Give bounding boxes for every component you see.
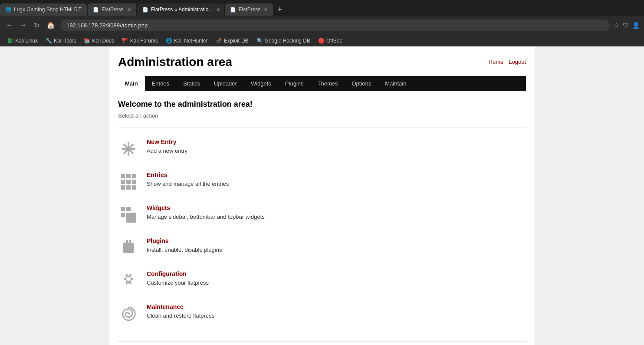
forward-button[interactable]: →	[18, 20, 29, 31]
bookmarks-bar: 🐉 Kali Linux 🔧 Kali Tools 📚 Kali Docs 🚩 …	[0, 35, 644, 46]
bookmark-kali-forums[interactable]: 🚩 Kali Forums	[118, 36, 161, 45]
widgets-icon	[118, 204, 139, 225]
bookmark-kali-docs-label: Kali Docs	[92, 38, 114, 44]
bookmark-kali-linux[interactable]: 🐉 Kali Linux	[3, 36, 41, 45]
tab-3-close[interactable]: ✕	[216, 7, 220, 13]
tab-1[interactable]: 🌐 Lugx Gaming Shop HTML5 T... ✕	[0, 3, 87, 16]
new-entry-content: New Entry Add a new entry	[147, 138, 526, 154]
nav-item-options[interactable]: Options	[345, 76, 378, 91]
bookmark-offsec[interactable]: 🔴 OffSec	[315, 36, 345, 45]
nav-item-entries[interactable]: Entries	[145, 76, 176, 91]
tab-3[interactable]: 📄 FlatPress « Administratio... ✕	[137, 3, 224, 16]
kali-forums-icon: 🚩	[122, 38, 128, 44]
tab-bar: 🌐 Lugx Gaming Shop HTML5 T... ✕ 📄 FlatPr…	[0, 0, 644, 16]
tab-1-label: Lugx Gaming Shop HTML5 T...	[14, 7, 85, 13]
tab-4-label: FlatPress	[239, 7, 261, 13]
svg-rect-16	[126, 213, 136, 223]
svg-rect-19	[129, 240, 131, 243]
kali-nethunter-icon: 🌐	[166, 38, 172, 44]
nav-item-themes[interactable]: Themes	[310, 76, 345, 91]
asterisk-icon	[120, 140, 137, 158]
svg-rect-10	[121, 185, 125, 190]
svg-rect-9	[132, 180, 136, 184]
kali-tools-icon: 🔧	[46, 38, 52, 44]
configuration-icon	[118, 270, 139, 291]
google-hacking-icon: 🔍	[256, 38, 263, 44]
new-entry-title[interactable]: New Entry	[147, 138, 526, 145]
action-item-plugins: Plugins Install, enable, disable plugins	[118, 237, 526, 258]
browser-chrome: 🌐 Lugx Gaming Shop HTML5 T... ✕ 📄 FlatPr…	[0, 0, 644, 46]
entries-content: Entries Show and manage all the entries	[147, 171, 526, 187]
maintenance-title[interactable]: Maintenance	[147, 303, 526, 310]
bookmark-google-hacking-label: Google Hacking DB	[265, 38, 310, 44]
page-header: Administration area Home Logout	[118, 55, 526, 69]
kali-docs-icon: 📚	[84, 38, 90, 44]
tab-2-icon: 📄	[93, 7, 99, 13]
new-entry-desc: Add a new entry	[147, 148, 187, 154]
offsec-icon: 🔴	[318, 38, 325, 44]
nav-item-widgets[interactable]: Widgets	[244, 76, 278, 91]
bookmark-exploit-db[interactable]: 💣 Exploit-DB	[212, 36, 252, 45]
widgets-content: Widgets Manage sidebar, bottombar and to…	[147, 204, 526, 220]
nav-item-main[interactable]: Main	[118, 76, 145, 91]
bookmark-kali-docs[interactable]: 📚 Kali Docs	[80, 36, 118, 45]
svg-rect-11	[126, 185, 131, 190]
tab-4[interactable]: 📄 FlatPress ✕	[225, 3, 273, 16]
bookmark-kali-tools-label: Kali Tools	[54, 38, 76, 44]
configuration-content: Configuration Customize your flatpress	[147, 270, 526, 286]
bookmark-kali-linux-label: Kali Linux	[15, 38, 38, 44]
bookmark-exploit-db-label: Exploit-DB	[224, 38, 249, 44]
browser-actions: 🛡 👤	[623, 22, 640, 29]
home-link[interactable]: Home	[489, 59, 504, 65]
configuration-title[interactable]: Configuration	[147, 270, 526, 277]
nav-item-statics[interactable]: Statics	[176, 76, 207, 91]
action-item-maintenance: Maintenance Clean and restore flatpress	[118, 303, 526, 324]
nav-item-plugins[interactable]: Plugins	[278, 76, 311, 91]
plugins-svg-icon	[120, 239, 137, 256]
maintenance-icon	[118, 303, 139, 324]
plugins-icon	[118, 237, 139, 258]
new-tab-button[interactable]: +	[274, 3, 286, 16]
bookmark-kali-nethunter[interactable]: 🌐 Kali NetHunter	[162, 36, 211, 45]
bookmark-kali-tools[interactable]: 🔧 Kali Tools	[42, 36, 79, 45]
svg-rect-5	[126, 174, 131, 178]
home-button[interactable]: 🏠	[45, 20, 57, 31]
entries-desc: Show and manage all the entries	[147, 181, 229, 187]
welcome-subtitle: Select an action	[118, 112, 526, 119]
action-item-widgets: Widgets Manage sidebar, bottombar and to…	[118, 204, 526, 225]
plugins-desc: Install, enable, disable plugins	[147, 246, 222, 253]
grid-icon	[120, 173, 137, 191]
svg-rect-6	[132, 174, 136, 178]
address-bar: ← → ↻ 🏠 ☆ 🛡 👤	[0, 16, 644, 35]
tab-2-close[interactable]: ✕	[127, 7, 131, 13]
bookmark-kali-nethunter-label: Kali NetHunter	[174, 38, 208, 44]
page-wrapper: Administration area Home Logout Main Ent…	[0, 46, 644, 345]
action-item-new-entry: New Entry Add a new entry	[118, 138, 526, 159]
refresh-button[interactable]: ↻	[32, 20, 41, 31]
bookmark-star-icon[interactable]: ☆	[613, 21, 619, 30]
kali-linux-icon: 🐉	[7, 38, 13, 44]
tab-4-close[interactable]: ✕	[264, 7, 268, 13]
svg-rect-14	[126, 207, 131, 211]
svg-rect-18	[126, 240, 128, 243]
widgets-title[interactable]: Widgets	[147, 204, 526, 211]
nav-menu: Main Entries Statics Uploader Widgets Pl…	[118, 76, 526, 91]
tab-4-icon: 📄	[230, 7, 236, 13]
plugins-content: Plugins Install, enable, disable plugins	[147, 237, 526, 253]
plugins-title[interactable]: Plugins	[147, 237, 526, 244]
back-button[interactable]: ←	[4, 20, 15, 31]
action-item-configuration: Configuration Customize your flatpress	[118, 270, 526, 291]
maintenance-content: Maintenance Clean and restore flatpress	[147, 303, 526, 319]
action-item-entries: Entries Show and manage all the entries	[118, 171, 526, 192]
widgets-desc: Manage sidebar, bottombar and topbar wid…	[147, 214, 265, 220]
address-input[interactable]	[60, 20, 610, 31]
page-title: Administration area	[118, 55, 232, 69]
configuration-desc: Customize your flatpress	[147, 279, 209, 286]
logout-link[interactable]: Logout	[509, 59, 526, 65]
entries-title[interactable]: Entries	[147, 171, 526, 178]
bookmark-offsec-label: OffSec	[326, 38, 342, 44]
nav-item-uploader[interactable]: Uploader	[207, 76, 244, 91]
nav-item-maintain[interactable]: Maintain	[378, 76, 413, 91]
bookmark-google-hacking[interactable]: 🔍 Google Hacking DB	[253, 36, 314, 45]
tab-2[interactable]: 📄 FlatPress ✕	[88, 3, 136, 16]
